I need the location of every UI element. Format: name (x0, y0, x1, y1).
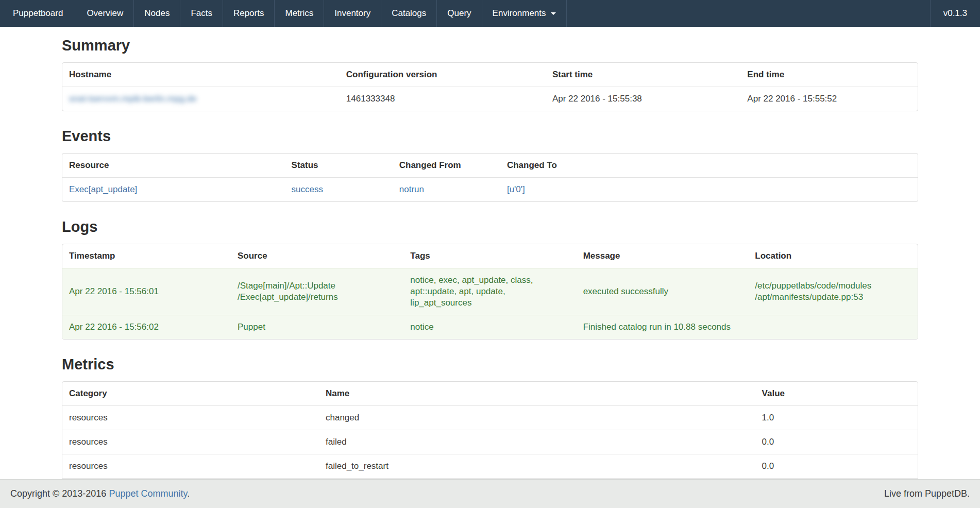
environments-label: Environments (493, 8, 546, 19)
logs-table: Timestamp Source Tags Message Location A… (62, 244, 918, 340)
cell-metric-name: failed (319, 430, 755, 454)
summary-col-start-time: Start time (546, 63, 740, 87)
resource-link[interactable]: Exec[apt_update] (69, 184, 137, 194)
cell-hostname: snat-tservvm.mpib-berlin.mpg.de (62, 87, 340, 111)
summary-col-config-version: Configuration version (340, 63, 546, 87)
events-table: Resource Status Changed From Changed To … (62, 153, 918, 202)
summary-col-end-time: End time (740, 63, 918, 87)
nav-item-facts[interactable]: Facts (180, 0, 223, 27)
metric-row: resources failed_to_restart 0.0 (62, 454, 918, 479)
cell-metric-name: changed (319, 406, 755, 430)
nav-item-reports[interactable]: Reports (223, 0, 275, 27)
cell-metric-category: resources (62, 406, 319, 430)
navbar: Puppetboard Overview Nodes Facts Reports… (0, 0, 980, 27)
cell-log-tags: notice (403, 315, 576, 340)
cell-metric-name: failed_to_restart (319, 454, 755, 479)
changed-from-link[interactable]: notrun (399, 184, 424, 194)
summary-table: Hostname Configuration version Start tim… (62, 62, 918, 111)
nav-dropdown-environments[interactable]: Environments (482, 0, 567, 27)
metric-row: resources changed 1.0 (62, 406, 918, 430)
cell-log-source: /Stage[main]/Apt::Update /Exec[apt_updat… (231, 268, 403, 315)
nav-item-metrics[interactable]: Metrics (275, 0, 324, 27)
events-heading: Events (62, 128, 918, 145)
cell-log-message: executed successfully (577, 268, 749, 315)
cell-changed-from: notrun (393, 178, 500, 202)
metrics-col-name: Name (319, 382, 755, 406)
cell-log-source: Puppet (231, 315, 403, 340)
cell-log-tags: notice, exec, apt_update, class, apt::up… (403, 268, 576, 315)
cell-changed-to: [u'0'] (500, 178, 918, 202)
caret-down-icon (551, 12, 556, 15)
log-row: Apr 22 2016 - 15:56:02 Puppet notice Fin… (62, 315, 918, 340)
summary-row: snat-tservvm.mpib-berlin.mpg.de 14613333… (62, 87, 918, 111)
nav-brand-puppetboard[interactable]: Puppetboard (0, 0, 76, 27)
hostname-link-redacted[interactable]: snat-tservvm.mpib-berlin.mpg.de (69, 94, 197, 104)
cell-status: success (285, 178, 393, 202)
cell-log-location (748, 315, 918, 340)
copyright-period: . (187, 488, 190, 499)
logs-col-location: Location (748, 244, 918, 268)
cell-start-time: Apr 22 2016 - 15:55:38 (546, 87, 740, 111)
events-col-changed-from: Changed From (393, 154, 500, 178)
log-row: Apr 22 2016 - 15:56:01 /Stage[main]/Apt:… (62, 268, 918, 315)
status-link[interactable]: success (292, 184, 323, 194)
cell-log-timestamp: Apr 22 2016 - 15:56:02 (62, 315, 231, 340)
logs-col-timestamp: Timestamp (62, 244, 231, 268)
events-col-resource: Resource (62, 154, 285, 178)
nav-item-nodes[interactable]: Nodes (134, 0, 180, 27)
changed-to-link[interactable]: [u'0'] (507, 184, 525, 194)
nav-item-query[interactable]: Query (437, 0, 482, 27)
copyright-text: Copyright © 2013-2016 (10, 488, 106, 499)
puppet-community-link[interactable]: Puppet Community (109, 488, 187, 499)
logs-col-message: Message (577, 244, 749, 268)
events-col-status: Status (285, 154, 393, 178)
summary-heading: Summary (62, 37, 918, 54)
cell-metric-category: resources (62, 454, 319, 479)
logs-col-tags: Tags (403, 244, 576, 268)
footer-source: Live from PuppetDB. (884, 488, 970, 499)
logs-heading: Logs (62, 218, 918, 235)
summary-col-hostname: Hostname (62, 63, 340, 87)
cell-metric-category: resources (62, 430, 319, 454)
nav-item-inventory[interactable]: Inventory (324, 0, 381, 27)
metrics-heading: Metrics (62, 356, 918, 373)
report-page: Summary Hostname Configuration version S… (62, 37, 918, 500)
nav-version-link[interactable]: v0.1.3 (930, 0, 980, 27)
metrics-col-value: Value (755, 382, 918, 406)
events-col-changed-to: Changed To (500, 154, 918, 178)
cell-metric-value: 0.0 (755, 430, 918, 454)
cell-config-version: 1461333348 (340, 87, 546, 111)
event-row: Exec[apt_update] success notrun [u'0'] (62, 178, 918, 202)
metric-row: resources failed 0.0 (62, 430, 918, 454)
metrics-col-category: Category (62, 382, 319, 406)
cell-metric-value: 1.0 (755, 406, 918, 430)
nav-item-overview[interactable]: Overview (76, 0, 134, 27)
logs-col-source: Source (231, 244, 403, 268)
footer-copyright: Copyright © 2013-2016 Puppet Community. (10, 488, 190, 499)
cell-metric-value: 0.0 (755, 454, 918, 479)
cell-end-time: Apr 22 2016 - 15:55:52 (740, 87, 918, 111)
footer: Copyright © 2013-2016 Puppet Community. … (0, 479, 980, 508)
nav-item-catalogs[interactable]: Catalogs (381, 0, 437, 27)
cell-log-timestamp: Apr 22 2016 - 15:56:01 (62, 268, 231, 315)
cell-resource: Exec[apt_update] (62, 178, 285, 202)
cell-log-message: Finished catalog run in 10.88 seconds (577, 315, 749, 340)
cell-log-location: /etc/puppetlabs/code/modules /apt/manife… (748, 268, 918, 315)
